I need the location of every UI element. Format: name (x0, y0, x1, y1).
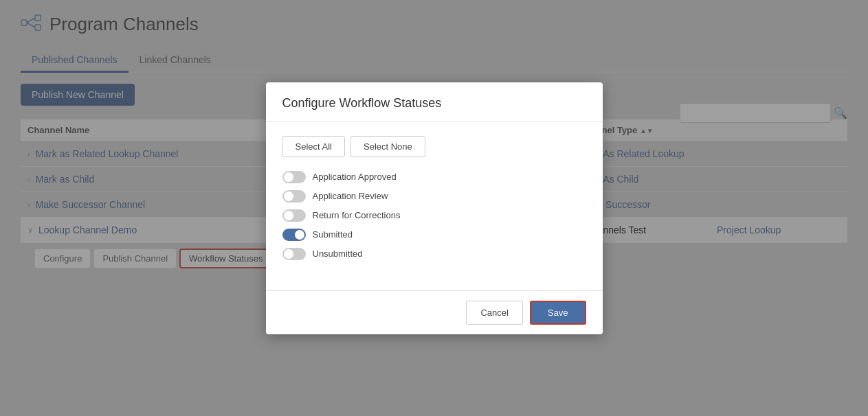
workflow-item: Unsubmitted (282, 248, 586, 260)
workflow-item: Submitted (282, 229, 586, 241)
select-buttons-group: Select All Select None (282, 136, 586, 157)
select-none-button[interactable]: Select None (350, 136, 425, 157)
configure-workflow-modal: Configure Workflow Statuses Select All S… (266, 82, 603, 334)
cancel-button[interactable]: Cancel (466, 301, 522, 325)
workflow-toggle-return-for-corrections[interactable] (282, 209, 306, 222)
workflow-item-label: Unsubmitted (313, 249, 363, 259)
workflow-item-label: Return for Corrections (313, 210, 401, 220)
select-all-button[interactable]: Select All (282, 136, 345, 157)
workflow-item-label: Submitted (313, 229, 353, 240)
workflow-item: Application Approved (282, 171, 586, 183)
workflow-item: Application Review (282, 190, 586, 203)
workflow-toggle-application-approved[interactable] (282, 171, 306, 183)
modal-footer: Cancel Save (266, 290, 603, 334)
workflow-item: Return for Corrections (282, 209, 586, 222)
modal-body: Select All Select None Application Appro… (266, 122, 603, 290)
modal-title: Configure Workflow Statuses (282, 96, 586, 111)
workflow-items-list: Application Approved Application Review … (282, 171, 586, 260)
modal-overlay: Configure Workflow Statuses Select All S… (0, 0, 868, 416)
workflow-item-label: Application Approved (313, 172, 397, 182)
workflow-item-label: Application Review (313, 191, 388, 201)
modal-header: Configure Workflow Statuses (266, 82, 603, 122)
workflow-toggle-submitted[interactable] (282, 229, 306, 241)
save-button[interactable]: Save (530, 301, 586, 325)
workflow-toggle-unsubmitted[interactable] (282, 248, 306, 260)
workflow-toggle-application-review[interactable] (282, 190, 306, 203)
